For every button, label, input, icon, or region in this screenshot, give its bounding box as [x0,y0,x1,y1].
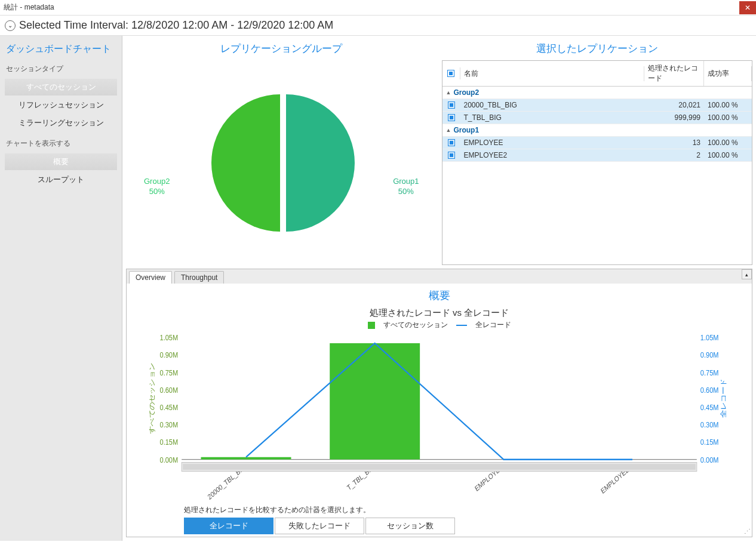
legend-line-icon [456,325,467,326]
replication-group-panel: レプリケーショングループ Group250% Group150% [126,39,437,265]
sidebar-item-all-sessions[interactable]: すべてのセッション [5,79,117,96]
table-row[interactable]: T_TBL_BIG 999,999 100.00 % [442,112,752,124]
window-title: 統計 - metadata [4,2,54,13]
metric-buttons: 全レコード 失敗したレコード セッション数 [134,518,745,537]
btn-all-records[interactable]: 全レコード [184,518,273,534]
svg-text:0.30M: 0.30M [160,420,179,429]
btn-session-count[interactable]: セッション数 [365,518,455,534]
resize-grip-icon[interactable]: ⋰ [744,528,751,535]
bar-line-chart: 0.00M0.00M0.15M0.15M0.30M0.30M0.45M0.45M… [146,334,733,504]
svg-text:0.75M: 0.75M [160,368,179,377]
svg-text:0.90M: 0.90M [700,350,719,359]
svg-text:0.60M: 0.60M [700,386,719,395]
sidebar-item-refresh[interactable]: リフレッシュセッション [5,97,117,113]
row-checkbox[interactable] [448,152,455,159]
svg-rect-20 [330,343,420,460]
svg-text:1.05M: 1.05M [700,334,719,342]
sidebar-group1-label: セッションタイプ [0,61,122,78]
svg-text:0.00M: 0.00M [160,455,179,464]
svg-text:1.05M: 1.05M [160,334,179,342]
overview-panel: 概要 処理されたレコード vs 全レコード すべてのセッション 全レコード 0.… [127,284,752,537]
scroll-up-icon[interactable]: ▴ [742,269,752,279]
svg-rect-19 [201,457,291,460]
svg-text:0.45M: 0.45M [700,403,719,412]
svg-text:0.15M: 0.15M [160,438,179,447]
svg-text:全レコード: 全レコード [720,378,727,418]
table-header: 名前 処理されたレコード 成功率 [442,61,752,87]
table-row[interactable]: EMPLOYEE2 2 100.00 % [442,149,752,162]
pie-label-group1: Group150% [393,177,419,197]
svg-text:0.30M: 0.30M [700,420,719,429]
caret-icon: ▲ [446,127,451,133]
chart-title: 処理されたレコード vs 全レコード [134,307,745,319]
chart-legend: すべてのセッション 全レコード [134,319,745,334]
panel-title-left: レプリケーショングループ [126,39,437,60]
col-name[interactable]: 名前 [460,66,645,81]
svg-text:0.00M: 0.00M [700,455,719,464]
tabs: Overview Throughput [127,269,752,284]
sidebar-item-throughput[interactable]: スループット [5,171,117,188]
sidebar-group2-label: チャートを表示する [0,136,122,152]
pie-label-group2: Group250% [144,177,170,197]
svg-text:0.15M: 0.15M [700,438,719,447]
selected-replication-panel: 選択したレプリケーション 名前 処理されたレコード 成功率 ▲ Group2 [442,39,753,265]
svg-text:0.45M: 0.45M [160,403,179,412]
pie-chart: Group250% Group150% [126,60,437,265]
caret-icon: ▲ [446,90,451,96]
bottom-pane: ▴ Overview Throughput 概要 処理されたレコード vs 全レ… [126,269,752,537]
table-row[interactable]: EMPLOYEE 13 100.00 % [442,137,752,149]
sidebar-item-overview[interactable]: 概要 [5,153,117,170]
col-rate[interactable]: 成功率 [704,66,752,81]
panel-title-right: 選択したレプリケーション [442,39,753,60]
title-bar: 統計 - metadata ✕ [0,0,756,16]
overview-title: 概要 [134,287,745,307]
sidebar-heading: ダッシュボードチャート [0,41,122,61]
sidebar: ダッシュボードチャート セッションタイプ すべてのセッション リフレッシュセッシ… [0,36,122,541]
interval-text: Selected Time Interval: 12/8/2020 12:00 … [19,19,333,32]
group-row-group2[interactable]: ▲ Group2 [442,87,752,99]
interval-bar: ⌄ Selected Time Interval: 12/8/2020 12:0… [0,16,756,36]
svg-text:0.90M: 0.90M [160,350,179,359]
replication-table: 名前 処理されたレコード 成功率 ▲ Group2 20000_TBL_BIG … [442,60,753,265]
col-records[interactable]: 処理されたレコード [644,61,704,86]
sidebar-item-mirroring[interactable]: ミラーリングセッション [5,115,117,131]
collapse-icon[interactable]: ⌄ [5,20,16,31]
header-checkbox[interactable] [447,70,454,77]
svg-text:0.60M: 0.60M [160,386,179,395]
tab-throughput[interactable]: Throughput [174,271,224,284]
table-row[interactable]: 20000_TBL_BIG 20,021 100.00 % [442,99,752,112]
svg-text:0.75M: 0.75M [700,368,719,377]
group-row-group1[interactable]: ▲ Group1 [442,124,752,137]
row-checkbox[interactable] [448,114,455,121]
instruction-text: 処理されたレコードを比較するための計器を選択します。 [134,504,745,518]
btn-failed-records[interactable]: 失敗したレコード [275,518,364,534]
close-button[interactable]: ✕ [739,1,756,14]
legend-bar-icon [368,322,375,329]
tab-overview[interactable]: Overview [129,271,172,284]
svg-text:すべてのセッション: すべてのセッション [148,363,155,434]
svg-rect-28 [183,464,696,470]
row-checkbox[interactable] [448,101,455,109]
row-checkbox[interactable] [448,139,455,146]
